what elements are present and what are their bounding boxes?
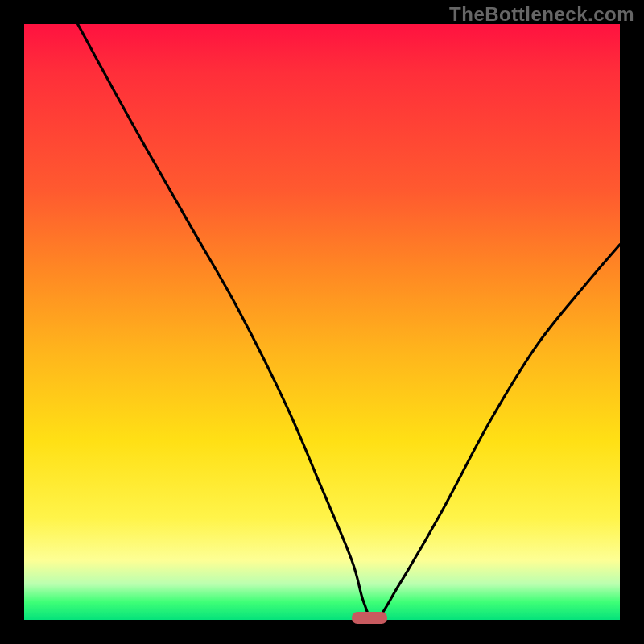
plot-area bbox=[24, 24, 620, 620]
watermark-text: TheBottleneck.com bbox=[449, 3, 634, 26]
bottleneck-curve bbox=[24, 24, 620, 620]
chart-frame: TheBottleneck.com bbox=[0, 0, 644, 644]
minimum-marker bbox=[352, 612, 387, 624]
